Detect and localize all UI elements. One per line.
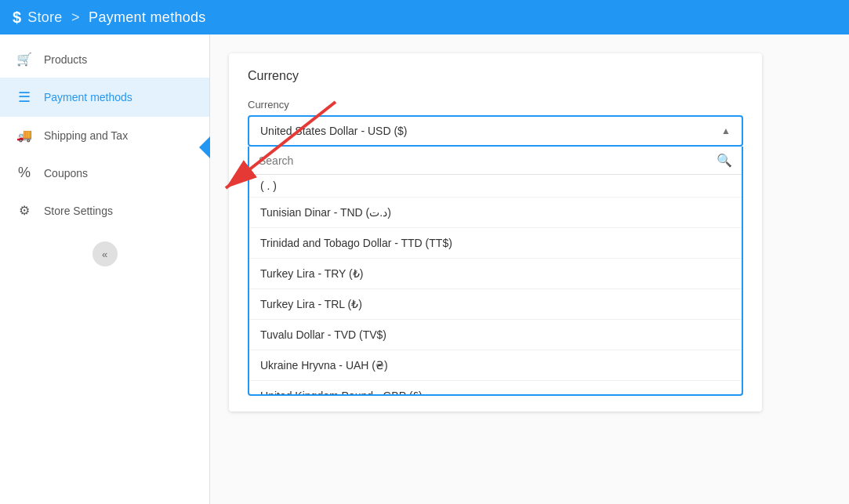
sidebar-item-settings-label: Store Settings [44, 205, 113, 217]
dropdown-item-dots[interactable]: ( . ) [249, 175, 742, 198]
collapse-icon[interactable]: « [93, 241, 118, 267]
dropdown-item-gbp[interactable]: United Kingdom Pound - GBP (£) [249, 381, 742, 394]
currency-card: Currency Currency United States Dollar -… [229, 53, 762, 412]
store-icon: $ [13, 9, 21, 27]
sidebar-item-shipping-label: Shipping and Tax [44, 129, 128, 142]
dropdown-item-try[interactable]: Turkey Lira - TRY (₺) [249, 259, 742, 289]
sidebar-item-payment-methods[interactable]: ☰ Payment methods [0, 78, 209, 117]
breadcrumb-separator: > [71, 9, 80, 25]
dropdown-item-uah[interactable]: Ukraine Hryvna - UAH (₴) [249, 350, 742, 381]
sidebar-active-arrow [199, 136, 210, 158]
dropdown-item-trl[interactable]: Turkey Lira - TRL (₺) [249, 289, 742, 320]
select-arrow-icon: ▲ [721, 125, 731, 136]
payment-icon: ☰ [16, 89, 33, 106]
dropdown-item-tvd[interactable]: Tuvalu Dollar - TVD (TV$) [249, 320, 742, 350]
cart-icon: 🛒 [16, 52, 33, 67]
sidebar-item-store-settings[interactable]: ⚙ Store Settings [0, 192, 209, 229]
sidebar-collapse-btn[interactable]: « [0, 241, 209, 267]
coupons-icon: % [16, 165, 33, 181]
shipping-icon: 🚚 [16, 128, 33, 143]
main-content: Currency Currency United States Dollar -… [210, 34, 849, 504]
breadcrumb-store[interactable]: Store [27, 9, 63, 25]
breadcrumb: Store > Payment methods [27, 9, 206, 26]
selected-currency-value: United States Dollar - USD ($) [260, 125, 408, 137]
top-header: $ Store > Payment methods [0, 0, 849, 34]
sidebar: 🛒 Products ☰ Payment methods 🚚 Shipping … [0, 34, 210, 504]
sidebar-item-products[interactable]: 🛒 Products [0, 41, 209, 78]
main-layout: 🛒 Products ☰ Payment methods 🚚 Shipping … [0, 34, 849, 504]
currency-dropdown-list[interactable]: ( . ) Tunisian Dinar - TND (د.ت) Trinida… [249, 175, 742, 394]
dropdown-item-tnd[interactable]: Tunisian Dinar - TND (د.ت) [249, 198, 742, 228]
currency-dropdown: 🔍 ( . ) Tunisian Dinar - TND (د.ت) Trini… [248, 147, 743, 396]
settings-icon: ⚙ [16, 203, 33, 218]
search-icon: 🔍 [717, 153, 732, 168]
breadcrumb-current: Payment methods [89, 9, 206, 25]
search-row: 🔍 [249, 147, 742, 175]
sidebar-item-products-label: Products [44, 53, 87, 66]
sidebar-item-payment-label: Payment methods [44, 91, 132, 103]
sidebar-item-shipping[interactable]: 🚚 Shipping and Tax [0, 117, 209, 154]
sidebar-item-coupons-label: Coupons [44, 167, 88, 179]
dropdown-item-ttd[interactable]: Trinidad and Tobago Dollar - TTD (TT$) [249, 228, 742, 259]
card-title: Currency [248, 69, 743, 83]
currency-field-label: Currency [248, 99, 743, 111]
currency-search-input[interactable] [259, 154, 710, 167]
sidebar-item-coupons[interactable]: % Coupons [0, 154, 209, 192]
currency-select[interactable]: United States Dollar - USD ($) ▲ [248, 115, 743, 147]
